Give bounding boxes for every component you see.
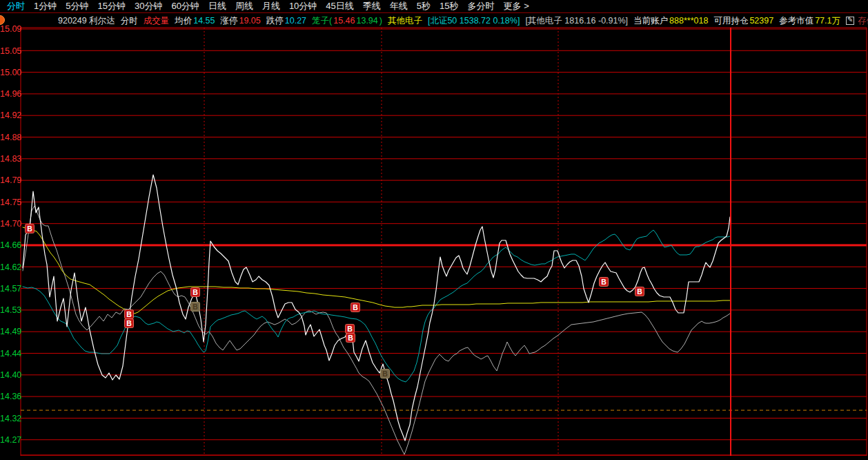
sector-overlay-line [23,206,730,454]
buy-marker-label: B [347,325,353,333]
price-axis-label: 14.44 [0,349,21,358]
edit-note-icon[interactable] [846,17,854,25]
status-segment: 52397 [749,16,773,26]
period-menu-item[interactable]: 年线 [390,0,408,12]
price-axis-label: 14.49 [0,327,21,336]
price-axis-label: 14.70 [0,219,21,229]
period-menu-item[interactable]: 45日线 [326,0,353,12]
period-menu-item[interactable]: 5秒 [417,0,431,12]
status-segment: 其他电子 [388,15,422,27]
price-axis-label: 14.88 [0,133,21,142]
status-bar: 920249 利尔达分时成交量均价14.55涨停19.05跌停10.27笼子(1… [0,14,868,28]
status-segment: 可用持仓 [713,15,748,27]
period-menu-item[interactable]: 分时 [7,0,25,12]
buy-marker-label: B [193,303,198,311]
price-axis-label: 14.92 [0,111,21,120]
price-axis-label: 14.62 [0,262,21,272]
status-segment: [北证50 1538.72 0.18%] [428,15,520,27]
period-menu-item[interactable]: 更多 > [504,0,529,12]
status-segment: 当前账户 [633,15,668,27]
status-segment: 15.46 [333,16,355,26]
status-segment: 13.94 [356,16,377,26]
buy-marker-label: B [637,287,642,296]
price-axis-label: 15.05 [0,46,21,56]
period-menu-item[interactable]: 60分钟 [171,0,199,12]
price-axis-label: 15.00 [0,68,21,77]
price-axis-label: 14.83 [0,154,21,164]
index-overlay-line [23,230,730,382]
status-segment: ) [379,16,382,26]
intraday-chart: BBBBBBBBBBB15.0915.0515.0014.9614.9214.8… [0,0,868,460]
price-axis-label: 14.66 [0,240,21,250]
period-menu-item[interactable]: 日线 [208,0,226,12]
status-segment: 19.05 [239,16,260,26]
buy-marker-label: B [193,288,198,296]
status-segment: 888***018 [669,16,708,26]
status-segment: 均价 [175,15,192,27]
status-segment: 参考市值 [779,15,813,27]
buy-marker-label: B [601,278,606,286]
period-menu-item[interactable]: 30分钟 [135,0,162,12]
price-axis-label: 14.36 [0,392,21,401]
period-menu-item[interactable]: 15分钟 [97,0,125,12]
buy-marker-label: B [353,303,358,312]
price-axis-label: 14.75 [0,198,21,207]
period-menu-item[interactable]: 10分钟 [289,0,317,12]
period-menubar: 分时1分钟5分钟15分钟30分钟60分钟日线周线月线10分钟45日线季线年线5秒… [0,0,868,13]
price-axis-label: 14.57 [0,284,21,294]
status-segment: 成交量 [144,15,170,27]
period-menu-item[interactable]: 多分时 [468,0,495,12]
price-axis-label: 14.40 [0,370,21,380]
status-segment: 涨停 [220,15,237,27]
status-segment: 跌停 [266,15,284,27]
buy-marker-label: B [348,334,353,342]
period-menu-item[interactable]: 月线 [262,0,280,12]
price-axis-label: 14.79 [0,175,21,185]
period-menu-item[interactable]: 15秒 [440,0,458,12]
status-segment: 14.55 [193,16,215,26]
price-axis-label: 14.27 [0,435,21,445]
price-axis-label: 14.96 [0,89,21,99]
status-segment: 10.27 [285,16,306,26]
status-segment: 920249 利尔达 [58,15,115,27]
status-segment: 笼子( [312,15,332,27]
price-axis-label: 14.53 [0,305,21,315]
price-axis-label: 14.32 [0,414,21,423]
buy-marker-label: B [126,319,132,327]
period-menu-item[interactable]: 周线 [235,0,253,12]
status-segment: 77.1万 [815,15,840,27]
buy-marker-label: B [126,310,132,318]
status-segment: 存储芯片，人形机器人 ri [858,15,868,27]
period-menu-item[interactable]: 1分钟 [34,0,57,12]
status-segment: [其他电子 1816.16 -0.91%] [525,15,628,27]
buy-marker-label: B [27,224,32,233]
buy-marker-label: B [382,370,388,378]
period-menu-item[interactable]: 季线 [363,0,381,12]
price-line [23,175,730,441]
avg-price-line [23,227,730,314]
status-segment: 分时 [121,15,138,27]
period-menu-item[interactable]: 5分钟 [66,0,88,12]
